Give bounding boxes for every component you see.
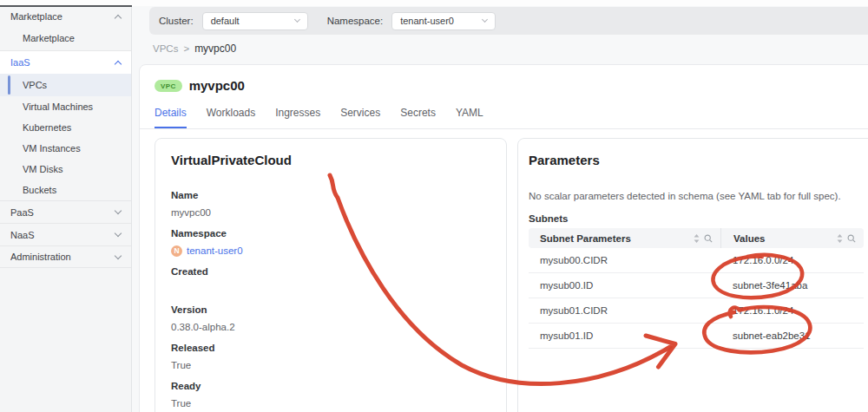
vpc-kind-badge: VPC	[155, 80, 182, 92]
sidebar-item-label: Virtual Machines	[23, 101, 121, 112]
field-ready: Ready True	[171, 381, 490, 409]
column-header-values[interactable]: Values	[720, 228, 864, 248]
namespace-link[interactable]: tenant-user0	[187, 245, 243, 257]
column-header-subnet-parameters[interactable]: Subnet Parameters	[529, 228, 720, 248]
field-value: 0.38.0-alpha.2	[171, 322, 490, 333]
sidebar-section-naas[interactable]: NaaS	[0, 223, 131, 245]
chevron-down-icon	[294, 16, 300, 23]
active-indicator	[8, 75, 10, 95]
chevron-down-icon	[115, 252, 122, 258]
sidebar-section-label: Administration	[10, 252, 115, 262]
field-namespace: Namespace N tenant-user0	[171, 228, 490, 257]
table-header-row: Subnet Parameters Values	[529, 228, 864, 248]
sidebar-section-administration[interactable]: Administration	[0, 245, 131, 268]
sidebar-section-label: NaaS	[10, 230, 115, 240]
subnet-param-cell: mysub01.ID	[529, 330, 720, 341]
field-name: Name myvpc00	[171, 190, 490, 219]
resource-header: VPC myvpc00	[155, 78, 245, 93]
sort-icon[interactable]	[837, 234, 843, 243]
sidebar-top-border	[0, 5, 132, 7]
sidebar-section-paas[interactable]: PaaS	[0, 200, 131, 223]
tab-services[interactable]: Services	[340, 107, 380, 128]
sidebar-item-label: Buckets	[23, 185, 121, 195]
cluster-label: Cluster:	[159, 16, 194, 26]
field-value: True	[171, 398, 490, 409]
table-row: mysub01.CIDR 172.16.1.0/24	[529, 298, 864, 324]
sidebar-item-virtual-machines[interactable]: Virtual Machines	[0, 96, 131, 117]
field-value	[171, 284, 490, 295]
panel-heading: Parameters	[529, 153, 868, 167]
chevron-down-icon	[115, 230, 122, 237]
subnets-table: Subnet Parameters Values	[529, 228, 864, 349]
namespace-label: Namespace:	[327, 16, 384, 26]
table-row: mysub01.ID subnet-eab2be31	[529, 324, 864, 349]
no-parameters-note: No scalar parameters detected in schema …	[529, 191, 868, 202]
search-icon[interactable]	[704, 234, 713, 243]
subnet-param-cell: mysub00.ID	[529, 280, 720, 291]
sidebar-item-vm-disks[interactable]: VM Disks	[0, 159, 131, 180]
subnet-value-cell: 172.16.1.0/24	[720, 305, 864, 316]
namespace-avatar: N	[171, 245, 182, 257]
column-label: Subnet Parameters	[540, 233, 694, 244]
vpc-details-panel: VirtualPrivateCloud Name myvpc00 Namespa…	[155, 138, 507, 412]
sidebar-item-label: VM Instances	[23, 143, 121, 154]
sidebar-item-vpcs[interactable]: VPCs	[0, 74, 131, 96]
sidebar-item-kubernetes[interactable]: Kubernetes	[0, 117, 131, 138]
field-version: Version 0.38.0-alpha.2	[171, 304, 490, 333]
field-label: Created	[171, 266, 490, 278]
sidebar-section-label: PaaS	[10, 207, 115, 218]
table-row: mysub00.ID subnet-3fe41aba	[529, 273, 864, 298]
panel-heading: VirtualPrivateCloud	[171, 153, 490, 167]
breadcrumb-current: myvpc00	[194, 43, 236, 55]
sidebar-section-label: Marketplace	[10, 11, 115, 22]
sidebar-section-marketplace[interactable]: Marketplace	[0, 7, 131, 26]
tab-workloads[interactable]: Workloads	[207, 107, 255, 128]
field-label: Released	[171, 343, 490, 354]
sidebar-item-marketplace[interactable]: Marketplace	[0, 26, 131, 50]
subnet-param-cell: mysub01.CIDR	[529, 305, 720, 316]
subnet-value-cell: subnet-eab2be31	[720, 330, 864, 341]
breadcrumb-separator: >	[183, 43, 189, 54]
parameters-panel: Parameters No scalar parameters detected…	[517, 138, 868, 412]
subnets-label: Subnets	[529, 213, 868, 224]
chevron-down-icon	[482, 16, 488, 23]
tab-bar: Details Workloads Ingresses Services Sec…	[140, 107, 868, 129]
tab-details[interactable]: Details	[155, 107, 187, 128]
cluster-select-value: default	[211, 16, 295, 26]
chevron-up-icon	[115, 14, 122, 21]
sidebar-section-label: IaaS	[10, 57, 115, 68]
subnet-value-cell: subnet-3fe41aba	[720, 280, 864, 291]
tab-yaml[interactable]: YAML	[456, 107, 483, 128]
chevron-up-icon	[115, 60, 122, 67]
breadcrumb: VPCs > myvpc00	[153, 43, 236, 55]
field-label: Version	[171, 304, 490, 316]
detail-panels: VirtualPrivateCloud Name myvpc00 Namespa…	[155, 138, 868, 412]
field-created: Created	[171, 266, 490, 295]
sort-icon[interactable]	[694, 234, 700, 243]
sidebar-section-iaas[interactable]: IaaS	[0, 50, 131, 74]
tab-ingresses[interactable]: Ingresses	[275, 107, 320, 128]
content-card: VPC myvpc00 Details Workloads Ingresses …	[139, 64, 868, 412]
sidebar-item-label: VM Disks	[23, 164, 121, 174]
subnet-value-cell: 172.16.0.0/24	[720, 255, 864, 265]
context-toolbar: Cluster: default Namespace: tenant-user0	[149, 7, 868, 35]
cluster-select[interactable]: default	[202, 12, 308, 30]
sidebar-item-label: Marketplace	[23, 33, 121, 43]
field-value: True	[171, 360, 490, 371]
sidebar-item-vm-instances[interactable]: VM Instances	[0, 138, 131, 159]
subnet-param-cell: mysub00.CIDR	[529, 255, 720, 265]
search-icon[interactable]	[847, 234, 856, 243]
namespace-select[interactable]: tenant-user0	[391, 12, 496, 30]
chevron-down-icon	[115, 207, 122, 214]
page-title: myvpc00	[189, 78, 245, 93]
namespace-select-value: tenant-user0	[400, 16, 483, 26]
breadcrumb-parent[interactable]: VPCs	[153, 43, 178, 54]
sidebar-item-buckets[interactable]: Buckets	[0, 180, 131, 200]
field-released: Released True	[171, 343, 490, 371]
field-value: myvpc00	[171, 207, 490, 219]
sidebar: Marketplace Marketplace IaaS VPCs Virtua…	[0, 0, 132, 412]
field-label: Name	[171, 190, 490, 201]
field-label: Namespace	[171, 228, 490, 239]
tab-secrets[interactable]: Secrets	[400, 107, 436, 128]
sidebar-item-label: VPCs	[23, 80, 121, 90]
